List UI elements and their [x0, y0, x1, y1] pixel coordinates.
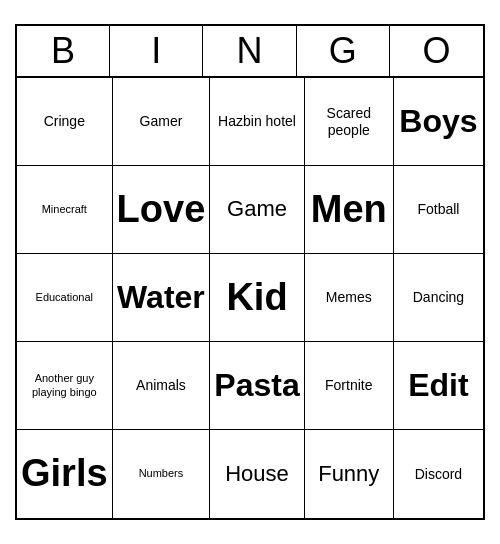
bingo-cell-8: Men: [305, 166, 394, 254]
bingo-cell-17: Pasta: [210, 342, 304, 430]
bingo-cell-1: Gamer: [113, 78, 211, 166]
bingo-cell-12: Kid: [210, 254, 304, 342]
bingo-cell-4: Boys: [394, 78, 483, 166]
bingo-cell-20: Girls: [17, 430, 113, 518]
bingo-cell-10: Educational: [17, 254, 113, 342]
bingo-cell-7: Game: [210, 166, 304, 254]
bingo-cell-23: Funny: [305, 430, 394, 518]
header-letter: I: [110, 26, 203, 76]
bingo-cell-22: House: [210, 430, 304, 518]
bingo-cell-5: Minecraft: [17, 166, 113, 254]
header-letter: B: [17, 26, 110, 76]
bingo-cell-15: Another guy playing bingo: [17, 342, 113, 430]
bingo-cell-3: Scared people: [305, 78, 394, 166]
bingo-cell-21: Numbers: [113, 430, 211, 518]
bingo-cell-24: Discord: [394, 430, 483, 518]
bingo-cell-0: Cringe: [17, 78, 113, 166]
bingo-cell-11: Water: [113, 254, 211, 342]
bingo-card: BINGO CringeGamerHazbin hotelScared peop…: [15, 24, 485, 520]
header-letter: N: [203, 26, 296, 76]
bingo-cell-16: Animals: [113, 342, 211, 430]
header-letter: O: [390, 26, 483, 76]
bingo-cell-2: Hazbin hotel: [210, 78, 304, 166]
bingo-grid: CringeGamerHazbin hotelScared peopleBoys…: [17, 78, 483, 518]
bingo-cell-9: Fotball: [394, 166, 483, 254]
bingo-cell-19: Edit: [394, 342, 483, 430]
bingo-cell-14: Dancing: [394, 254, 483, 342]
bingo-cell-18: Fortnite: [305, 342, 394, 430]
header-letter: G: [297, 26, 390, 76]
bingo-cell-6: Love: [113, 166, 211, 254]
bingo-header: BINGO: [17, 26, 483, 78]
bingo-cell-13: Memes: [305, 254, 394, 342]
